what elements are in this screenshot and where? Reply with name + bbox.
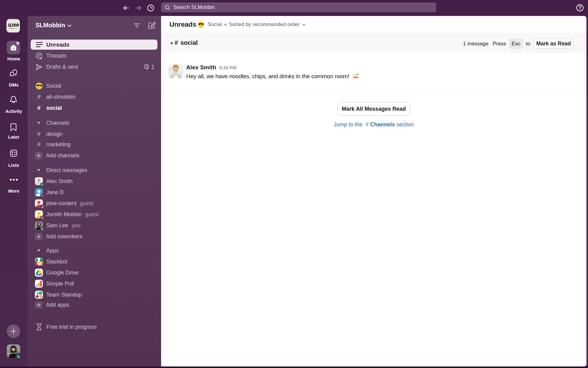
svg-text:z: z	[42, 227, 43, 229]
svg-text:z: z	[19, 354, 20, 356]
